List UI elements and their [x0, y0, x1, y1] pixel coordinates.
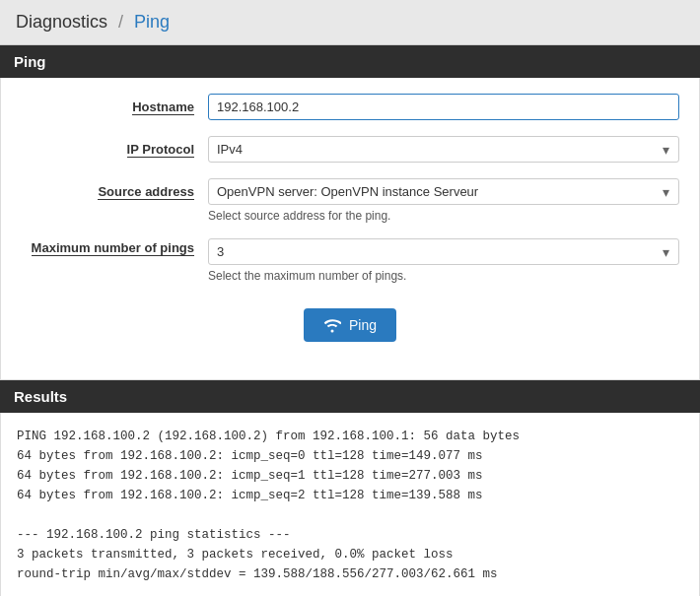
max-pings-label: Maximum number of pings: [21, 238, 208, 255]
ip-protocol-label: IP Protocol: [21, 136, 208, 157]
ping-form: Hostname IP Protocol IPv4 IPv6: [0, 78, 700, 380]
svg-point-0: [330, 330, 333, 333]
max-pings-dropdown[interactable]: 1 2 3 5 10: [208, 238, 679, 265]
ip-protocol-select-wrap: IPv4 IPv6: [208, 136, 679, 163]
ip-protocol-dropdown[interactable]: IPv4 IPv6: [208, 136, 679, 163]
breadcrumb: Diagnostics / Ping: [0, 0, 700, 45]
results-section: Results PING 192.168.100.2 (192.168.100.…: [0, 380, 700, 596]
ip-protocol-select[interactable]: IPv4 IPv6: [208, 136, 679, 163]
breadcrumb-root: Diagnostics: [16, 12, 107, 32]
hostname-input[interactable]: [208, 94, 679, 120]
source-address-control-wrap: OpenVPN server: OpenVPN instance Serveur…: [208, 178, 679, 223]
max-pings-control-wrap: 1 2 3 5 10 Select the maximum number of …: [208, 238, 679, 283]
source-address-row: Source address OpenVPN server: OpenVPN i…: [21, 178, 679, 223]
hostname-label: Hostname: [21, 94, 208, 114]
hostname-row: Hostname: [21, 94, 679, 120]
source-address-dropdown[interactable]: OpenVPN server: OpenVPN instance Serveur: [208, 178, 679, 205]
ping-section-header: Ping: [0, 45, 700, 78]
source-address-select[interactable]: OpenVPN server: OpenVPN instance Serveur: [208, 178, 679, 205]
results-section-header: Results: [0, 380, 700, 413]
ping-section: Ping Hostname IP Protocol IPv4 IPv6: [0, 45, 700, 380]
ping-button[interactable]: Ping: [304, 308, 396, 342]
max-pings-row: Maximum number of pings 1 2 3 5 10 Selec…: [21, 238, 679, 283]
breadcrumb-current: Ping: [134, 12, 170, 32]
ping-icon: [323, 316, 341, 334]
results-output: PING 192.168.100.2 (192.168.100.2) from …: [0, 413, 700, 596]
max-pings-select[interactable]: 1 2 3 5 10: [208, 238, 679, 265]
ip-protocol-row: IP Protocol IPv4 IPv6: [21, 136, 679, 163]
breadcrumb-separator: /: [118, 12, 123, 32]
hostname-input-wrap: [208, 94, 679, 120]
source-address-help: Select source address for the ping.: [208, 209, 679, 223]
button-row: Ping: [21, 298, 679, 360]
source-address-label: Source address: [21, 178, 208, 199]
ping-button-label: Ping: [349, 317, 377, 333]
max-pings-help: Select the maximum number of pings.: [208, 269, 679, 283]
